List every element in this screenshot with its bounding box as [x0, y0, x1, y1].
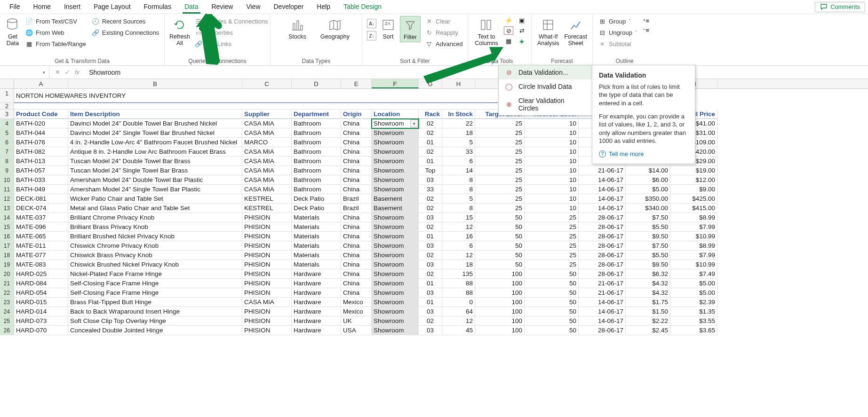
- cell[interactable]: 135: [442, 269, 475, 279]
- cell[interactable]: PHISION: [242, 269, 292, 279]
- cell[interactable]: 10: [525, 157, 579, 166]
- cell[interactable]: 01: [419, 279, 442, 288]
- cell[interactable]: China: [341, 232, 372, 241]
- cell[interactable]: $10.99: [670, 232, 717, 241]
- cell[interactable]: $10.99: [670, 260, 717, 269]
- cell[interactable]: 14-06-17: [579, 175, 626, 185]
- cell[interactable]: CASA MIA: [242, 147, 292, 157]
- row-header[interactable]: 8: [0, 157, 14, 166]
- cell[interactable]: 25: [475, 166, 525, 175]
- relationships-icon[interactable]: ⇄: [517, 26, 526, 35]
- cell[interactable]: 6: [442, 157, 475, 166]
- cell[interactable]: $340.00: [626, 204, 670, 213]
- cell[interactable]: 33: [419, 185, 442, 194]
- cell[interactable]: $7.99: [670, 222, 717, 232]
- cell[interactable]: 50: [475, 232, 525, 241]
- cell[interactable]: Showroom: [372, 232, 419, 241]
- cell[interactable]: 8: [442, 175, 475, 185]
- cell[interactable]: BATH-013: [14, 157, 68, 166]
- from-table-button[interactable]: ▦From Table/Range: [24, 39, 87, 49]
- cell[interactable]: 28-06-17: [579, 326, 626, 335]
- cell[interactable]: China: [341, 269, 372, 279]
- cell[interactable]: Showroom: [372, 185, 419, 194]
- cell[interactable]: Amersham Model 24" Double Towel Bar Plas…: [68, 175, 242, 185]
- cell[interactable]: $5.00: [670, 279, 717, 288]
- row-header[interactable]: 10: [0, 175, 14, 185]
- row-header[interactable]: 9: [0, 166, 14, 175]
- cell[interactable]: 02: [419, 316, 442, 326]
- cell[interactable]: Deck Patio: [292, 204, 341, 213]
- cell[interactable]: 14-06-17: [579, 204, 626, 213]
- cell[interactable]: Showroom: [372, 222, 419, 232]
- cell[interactable]: Showroom: [372, 175, 419, 185]
- stocks-button[interactable]: Stocks: [283, 16, 311, 40]
- menu-data[interactable]: Data: [178, 1, 205, 13]
- cell[interactable]: Davinci Model 24" Single Towel Bar Brush…: [68, 128, 242, 138]
- cell[interactable]: PHISION: [242, 213, 292, 222]
- menu-file[interactable]: File: [3, 1, 27, 13]
- cell[interactable]: Hardware: [292, 288, 341, 298]
- cell[interactable]: 14-06-17: [579, 316, 626, 326]
- cell[interactable]: 14-06-17: [579, 185, 626, 194]
- cell[interactable]: Soft Close Clip Top Overlay Hinge: [68, 316, 242, 326]
- cell[interactable]: Showroom: [372, 251, 419, 260]
- hdr-rack[interactable]: Rack: [419, 110, 442, 119]
- cell[interactable]: $5.00: [626, 185, 670, 194]
- cell[interactable]: China: [341, 251, 372, 260]
- cell[interactable]: PHISION: [242, 307, 292, 316]
- cell[interactable]: 10: [525, 128, 579, 138]
- menu-formulas[interactable]: Formulas: [137, 1, 178, 13]
- cell[interactable]: China: [341, 279, 372, 288]
- cell[interactable]: 10: [525, 138, 579, 147]
- row-header[interactable]: 5: [0, 128, 14, 138]
- row-header[interactable]: 1: [0, 89, 14, 103]
- hdr-product-code[interactable]: Product Code: [14, 110, 68, 119]
- cell[interactable]: $350.00: [626, 194, 670, 204]
- cell[interactable]: $7.99: [670, 251, 717, 260]
- cell[interactable]: 50: [525, 316, 579, 326]
- cell[interactable]: China: [341, 119, 372, 128]
- cell[interactable]: 14-06-17: [579, 307, 626, 316]
- cell[interactable]: Basement: [372, 194, 419, 204]
- cell[interactable]: Nickel-Plated Face Frame Hinge: [68, 269, 242, 279]
- cell[interactable]: DECK-081: [14, 194, 68, 204]
- cell[interactable]: Chiswick Brushed Nickel Privacy Knob: [68, 260, 242, 269]
- cell[interactable]: 03: [419, 175, 442, 185]
- cell[interactable]: Amersham Model 24" Single Towel Bar Plas…: [68, 185, 242, 194]
- cell[interactable]: $4.32: [626, 279, 670, 288]
- data-model-icon[interactable]: ◈: [517, 37, 526, 45]
- cell[interactable]: $425.00: [670, 194, 717, 204]
- cell[interactable]: Materials: [292, 222, 341, 232]
- cell[interactable]: 50: [475, 213, 525, 222]
- cell[interactable]: Showroom: [372, 147, 419, 157]
- cell[interactable]: 03: [419, 326, 442, 335]
- cell[interactable]: Hardware: [292, 279, 341, 288]
- cell[interactable]: Tuscan Model 24" Double Towel Bar Brass: [68, 157, 242, 166]
- hdr-origin[interactable]: Origin: [341, 110, 372, 119]
- cell[interactable]: 12: [442, 251, 475, 260]
- cell[interactable]: HARD-084: [14, 279, 68, 288]
- sort-az-icon[interactable]: A↓: [367, 19, 376, 28]
- cell[interactable]: Deck Patio: [292, 194, 341, 204]
- cell[interactable]: China: [341, 157, 372, 166]
- row-header[interactable]: 25: [0, 316, 14, 326]
- cell[interactable]: 10: [525, 147, 579, 157]
- cell[interactable]: 50: [525, 279, 579, 288]
- cell[interactable]: DECK-074: [14, 204, 68, 213]
- cell[interactable]: Chiswick Brass Privacy Knob: [68, 251, 242, 260]
- cell[interactable]: $1.75: [626, 298, 670, 307]
- cell[interactable]: MATE-065: [14, 232, 68, 241]
- consolidate-icon[interactable]: ▦: [504, 37, 513, 45]
- cell[interactable]: Brilliant Brass Privacy Knob: [68, 222, 242, 232]
- row-header[interactable]: 6: [0, 138, 14, 147]
- cell[interactable]: Back to Back Wraparound Insert Hinge: [68, 307, 242, 316]
- cell[interactable]: PHISION: [242, 326, 292, 335]
- cell[interactable]: China: [341, 128, 372, 138]
- menu-developer[interactable]: Developer: [267, 1, 311, 13]
- cell[interactable]: Showroom: [372, 326, 419, 335]
- cell[interactable]: 10: [525, 204, 579, 213]
- row-header[interactable]: 11: [0, 185, 14, 194]
- refresh-all-button[interactable]: Refresh All: [169, 16, 190, 47]
- from-text-csv-button[interactable]: 📄From Text/CSV: [24, 16, 87, 26]
- cell[interactable]: 02: [419, 194, 442, 204]
